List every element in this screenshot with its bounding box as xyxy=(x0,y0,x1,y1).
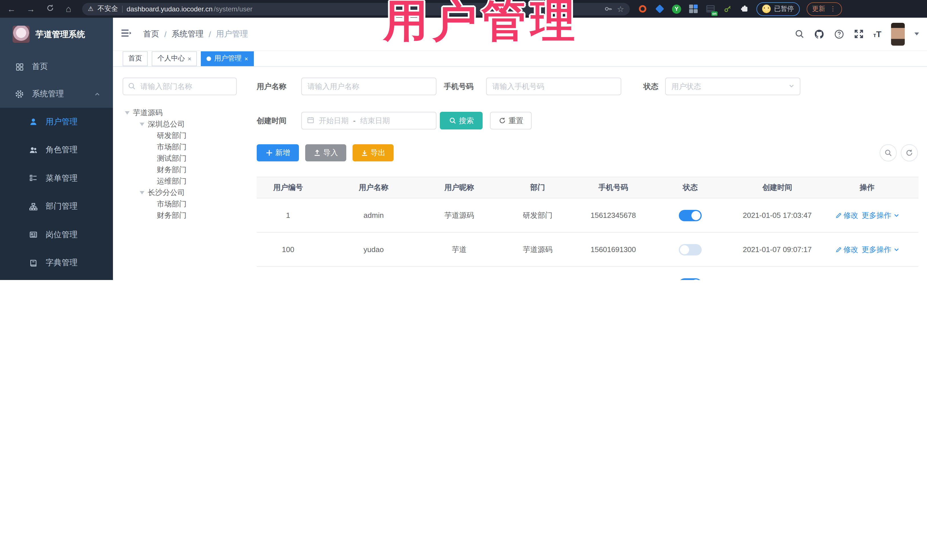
sidebar-item-menu-management[interactable]: 菜单管理 xyxy=(0,164,113,193)
status-label: 状态 xyxy=(643,81,658,91)
caret-down-icon[interactable] xyxy=(140,191,144,194)
more-actions-link[interactable]: 更多操作 xyxy=(862,210,899,220)
edit-link[interactable]: 修改 xyxy=(835,244,858,255)
ext-green-y-icon[interactable]: Y xyxy=(672,4,681,14)
header-search-icon[interactable] xyxy=(795,29,804,39)
extensions-row: Y on xyxy=(638,4,749,14)
sidebar-item-notice[interactable]: 通知公告 xyxy=(0,277,113,280)
show-search-toggle-button[interactable] xyxy=(880,144,897,161)
table-header-row: 用户编号 用户名称 用户昵称 部门 手机号码 状态 创建时间 操作 xyxy=(257,178,918,199)
avatar-caret-down-icon[interactable] xyxy=(915,32,919,35)
tab-user-management[interactable]: 用户管理 × xyxy=(201,51,254,66)
browser-forward-icon[interactable]: → xyxy=(25,4,36,14)
tab-profile[interactable]: 个人中心 × xyxy=(152,51,197,66)
app-logo-row[interactable]: 芋道管理系统 xyxy=(0,18,113,51)
more-actions-link[interactable]: 更多操作 xyxy=(862,279,899,280)
tree-node[interactable]: 财务部门 xyxy=(123,210,237,221)
breadcrumb-home[interactable]: 首页 xyxy=(143,29,159,39)
sidebar-item-dept-management[interactable]: 部门管理 xyxy=(0,193,113,221)
browser-update-chip[interactable]: 更新 ⋮ xyxy=(806,2,842,16)
mobile-input[interactable] xyxy=(486,77,621,95)
table-row: 1 admin 芋道源码 研发部门 15612345678 2021-01-05… xyxy=(257,199,918,233)
extensions-puzzle-icon[interactable] xyxy=(740,4,749,14)
ext-on-switch-icon[interactable]: on xyxy=(706,4,715,14)
edit-link[interactable]: 修改 xyxy=(835,279,858,280)
ext-green-key-icon[interactable] xyxy=(723,4,732,14)
browser-profile-chip[interactable]: 已暂停 xyxy=(757,2,799,16)
tree-node[interactable]: 长沙分公司 xyxy=(123,187,237,199)
export-button[interactable]: 导出 xyxy=(353,144,394,161)
ext-orange-ring-icon[interactable] xyxy=(638,4,647,14)
dept-tree-panel: 芋道源码 深圳总公司 研发部门 市场部门 测试部门 财务部门 运维部门 长沙分公… xyxy=(123,77,237,221)
profile-avatar-emoji xyxy=(762,5,771,13)
tree-node[interactable]: 市场部门 xyxy=(123,141,237,153)
breadcrumb-current: 用户管理 xyxy=(216,29,248,39)
tab-home[interactable]: 首页 xyxy=(123,51,148,66)
ext-blue-gem-icon[interactable] xyxy=(655,4,664,14)
status-toggle[interactable] xyxy=(679,244,702,255)
close-icon[interactable]: × xyxy=(245,55,248,62)
bookmark-star-icon[interactable]: ☆ xyxy=(617,4,624,14)
screen: ← → ⌂ ⚠ 不安全 dashboard.yudao.iocoder.cn /… xyxy=(0,0,927,280)
browser-home-icon[interactable]: ⌂ xyxy=(63,4,74,14)
status-toggle[interactable] xyxy=(679,209,702,221)
caret-down-icon[interactable] xyxy=(125,111,129,115)
sidebar-item-post-management[interactable]: 岗位管理 xyxy=(0,221,113,249)
column-header: 用户编号 xyxy=(257,178,319,198)
date-end-placeholder: 结束日期 xyxy=(360,115,390,126)
sidebar-item-system[interactable]: 系统管理 xyxy=(0,80,113,108)
column-header: 创建时间 xyxy=(739,178,816,198)
edit-link[interactable]: 修改 xyxy=(835,210,858,220)
dashboard-icon xyxy=(15,62,24,71)
breadcrumb-system[interactable]: 系统管理 xyxy=(172,29,204,39)
more-actions-link[interactable]: 更多操作 xyxy=(862,244,899,255)
tree-node[interactable]: 研发部门 xyxy=(123,130,237,141)
url-host: dashboard.yudao.iocoder.cn xyxy=(127,5,213,13)
chevron-down-icon xyxy=(789,82,795,91)
user-icon xyxy=(29,117,38,127)
help-icon[interactable] xyxy=(834,29,844,39)
ext-grid-icon[interactable] xyxy=(688,4,698,14)
date-range-picker[interactable]: 开始日期 - 结束日期 xyxy=(301,112,436,129)
dept-search-input[interactable] xyxy=(123,77,237,95)
table-row: 100 yudao 芋道 芋道源码 15601691300 2021-01-07… xyxy=(257,233,918,267)
tree-node[interactable]: 财务部门 xyxy=(123,164,237,176)
gear-icon xyxy=(15,90,24,99)
font-size-icon[interactable]: тT xyxy=(873,29,881,39)
tree-node[interactable]: 深圳总公司 xyxy=(123,118,237,130)
browser-menu-icon[interactable]: ⋮ xyxy=(830,6,836,12)
sidebar-item-label: 字典管理 xyxy=(46,258,78,268)
status-toggle[interactable] xyxy=(679,278,702,280)
sidebar-item-label: 菜单管理 xyxy=(46,173,78,184)
fullscreen-icon[interactable] xyxy=(854,29,864,39)
tree-node[interactable]: 市场部门 xyxy=(123,199,237,210)
chevron-down-icon xyxy=(893,212,899,219)
username-input[interactable] xyxy=(301,77,436,95)
status-select[interactable]: 用户状态 xyxy=(665,77,800,95)
create-time-label: 创建时间 xyxy=(257,115,295,126)
reset-button[interactable]: 重置 xyxy=(490,112,532,129)
browser-back-icon[interactable]: ← xyxy=(6,4,17,14)
browser-reload-icon[interactable] xyxy=(44,4,56,14)
tags-view: 首页 个人中心 × 用户管理 × xyxy=(113,51,927,67)
sidebar-item-home[interactable]: 首页 xyxy=(0,53,113,80)
github-icon[interactable] xyxy=(814,29,824,39)
sidebar-item-role-management[interactable]: 角色管理 xyxy=(0,136,113,164)
add-button[interactable]: 新增 xyxy=(257,144,299,161)
sidebar-item-user-management[interactable]: 用户管理 xyxy=(0,108,113,136)
user-avatar[interactable] xyxy=(891,23,905,46)
refresh-table-button[interactable] xyxy=(901,144,918,161)
caret-down-icon[interactable] xyxy=(140,123,144,126)
update-label: 更新 xyxy=(812,5,825,13)
sidebar-item-dict-management[interactable]: 字典管理 xyxy=(0,249,113,277)
tree-node[interactable]: 测试部门 xyxy=(123,153,237,164)
sidebar-collapse-icon[interactable] xyxy=(121,28,132,39)
column-header: 状态 xyxy=(642,178,739,198)
menu-list-icon xyxy=(29,174,38,183)
tree-node[interactable]: 芋道源码 xyxy=(123,107,237,118)
close-icon[interactable]: × xyxy=(188,55,191,62)
import-button[interactable]: 导入 xyxy=(305,144,346,161)
password-key-icon[interactable] xyxy=(605,5,613,13)
search-button[interactable]: 搜索 xyxy=(440,112,483,129)
tree-node[interactable]: 运维部门 xyxy=(123,176,237,187)
